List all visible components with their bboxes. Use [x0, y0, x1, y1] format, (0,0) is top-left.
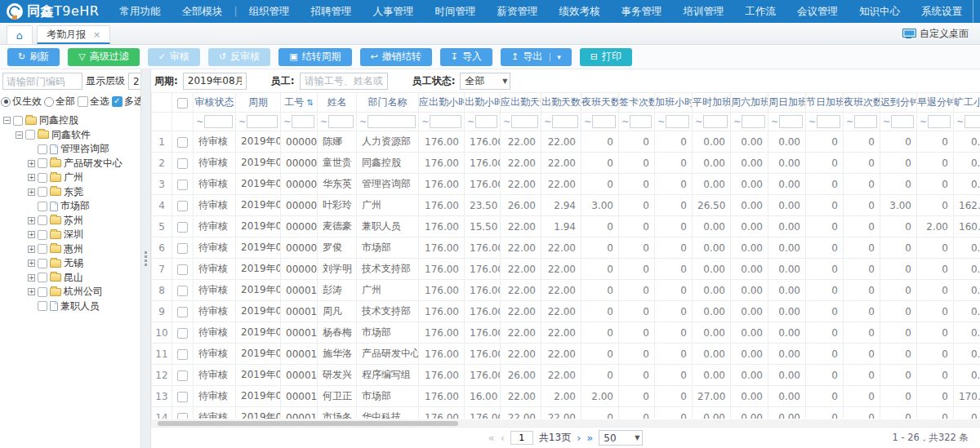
row-checkbox[interactable] — [177, 413, 188, 419]
tab-home[interactable]: ⌂ — [7, 25, 33, 44]
sidebar-splitter[interactable] — [140, 69, 151, 448]
tree-checkbox[interactable] — [38, 301, 47, 311]
collapse-node-icon[interactable]: − — [3, 117, 11, 124]
radio-仅生效-checked[interactable] — [1, 97, 11, 107]
col-header-late[interactable]: 迟到分钟 — [880, 93, 917, 113]
tree-checkbox[interactable] — [38, 144, 47, 154]
expand-node-icon[interactable]: + — [28, 274, 35, 282]
col-header-ot_week[interactable]: 平时加班 — [693, 93, 731, 113]
nav-item-3[interactable]: 组织管理 — [238, 0, 301, 23]
nav-item-7[interactable]: 薪资管理 — [487, 0, 549, 23]
tree-item-同鑫控股[interactable]: −同鑫控股 — [2, 113, 140, 128]
filter-input-night_d[interactable] — [592, 115, 616, 128]
nav-item-10[interactable]: 培训管理 — [673, 0, 735, 23]
row-checkbox[interactable] — [177, 328, 188, 339]
tree-checkbox[interactable] — [38, 158, 47, 168]
tree-checkbox[interactable] — [38, 287, 47, 297]
row-checkbox[interactable] — [177, 222, 188, 233]
nav-item-9[interactable]: 事务管理 — [611, 0, 673, 23]
col-header-sign[interactable]: 签卡次数 — [619, 93, 655, 113]
filter-input-name[interactable] — [328, 115, 354, 128]
tree-item-广州[interactable]: +广州 — [2, 171, 140, 185]
tree-item-同鑫软件[interactable]: −同鑫软件 — [2, 128, 140, 143]
nav-item-12[interactable]: 会议管理 — [786, 0, 849, 23]
col-header-h_act[interactable]: 出勤小时 — [465, 93, 501, 113]
last-page-button[interactable]: » — [586, 432, 593, 443]
expand-node-icon[interactable]: + — [28, 288, 35, 295]
filter-input-d_due[interactable] — [511, 115, 538, 128]
chevron-down-icon[interactable]: ▾ — [550, 53, 561, 61]
tree-checkbox[interactable] — [38, 202, 47, 211]
导入-button[interactable]: ↧导入 — [440, 48, 492, 66]
sort-icon[interactable]: ⇅ — [304, 98, 314, 107]
row-checkbox[interactable] — [177, 370, 188, 381]
filter-input-late[interactable] — [891, 115, 914, 128]
filter-input-ot_sat[interactable] — [742, 115, 765, 128]
employee-search-input[interactable] — [300, 73, 388, 90]
tree-checkbox[interactable] — [38, 273, 47, 282]
刷新-button[interactable]: ↻刷新 — [7, 48, 60, 66]
checkbox-全选[interactable] — [78, 96, 88, 107]
tree-item-惠州[interactable]: +惠州 — [2, 242, 140, 257]
expand-node-icon[interactable]: + — [28, 160, 35, 167]
col-header-name[interactable]: 姓名 — [318, 93, 357, 113]
nav-item-1[interactable]: 常用功能 — [109, 0, 171, 23]
expand-node-icon[interactable]: + — [28, 231, 35, 238]
filter-input-audit[interactable] — [204, 115, 233, 128]
row-checkbox[interactable] — [177, 286, 188, 296]
nav-item-11[interactable]: 工作流 — [735, 0, 787, 23]
col-header-period[interactable]: 周期 — [236, 93, 281, 113]
app-logo[interactable]: 同鑫T9eHR — [0, 3, 109, 20]
tree-item-昆山[interactable]: +昆山 — [2, 271, 140, 286]
row-checkbox[interactable] — [177, 243, 188, 254]
row-checkbox[interactable] — [177, 137, 188, 148]
filter-input-h_due[interactable] — [430, 115, 461, 128]
option-仅生效[interactable]: 仅生效 — [1, 95, 42, 109]
row-checkbox[interactable] — [177, 180, 188, 190]
tree-item-产品研发中心[interactable]: +产品研发中心 — [2, 157, 140, 171]
expand-node-icon[interactable]: + — [28, 189, 35, 196]
prev-page-button[interactable]: ‹ — [501, 432, 505, 443]
tree-checkbox[interactable] — [38, 215, 47, 225]
dept-code-input[interactable] — [2, 73, 82, 90]
col-header-ot[interactable]: 加班小时 — [655, 93, 693, 113]
高级过滤-button[interactable]: ▽高级过滤 — [68, 48, 139, 66]
撤销结转-button[interactable]: ↩撤销结转 — [360, 48, 432, 66]
打印-button[interactable]: ⊟打印 — [580, 48, 632, 66]
col-header-d_act[interactable]: 出勤天数 — [541, 93, 581, 113]
col-header-early[interactable]: 早退分钟 — [917, 93, 954, 113]
tree-item-深圳[interactable]: +深圳 — [2, 228, 140, 242]
tree-checkbox[interactable] — [38, 173, 47, 183]
filter-input-h_act[interactable] — [475, 115, 497, 128]
col-header-d_due[interactable]: 应出勤天数 — [501, 93, 541, 113]
period-input[interactable] — [183, 73, 247, 90]
select-all-checkbox[interactable] — [177, 98, 188, 109]
tree-checkbox[interactable] — [13, 116, 23, 126]
nav-item-4[interactable]: 招聘管理 — [301, 0, 363, 23]
tree-item-东莞[interactable]: +东莞 — [2, 185, 140, 200]
tab-attendance-report[interactable]: 考勤月报 × — [37, 25, 110, 44]
col-header-dept[interactable]: 部门名称 — [357, 93, 419, 113]
option-全选[interactable]: 全选 — [78, 95, 109, 109]
row-checkbox[interactable] — [177, 158, 188, 169]
结转周期-button[interactable]: ▣结转周期 — [278, 48, 351, 66]
filter-input-ot_week[interactable] — [703, 115, 728, 128]
custom-desktop-button[interactable]: 自定义桌面 — [902, 27, 973, 41]
close-icon[interactable]: × — [93, 29, 100, 40]
first-page-button[interactable]: « — [488, 432, 495, 443]
tree-item-管理咨询部[interactable]: 管理咨询部 — [2, 142, 140, 157]
option-全部[interactable]: 全部 — [44, 95, 75, 109]
tree-checkbox[interactable] — [25, 130, 35, 140]
filter-input-empno[interactable] — [292, 115, 314, 128]
row-checkbox[interactable] — [177, 264, 188, 275]
filter-input-early[interactable] — [928, 115, 951, 128]
tree-item-无锡[interactable]: +无锡 — [2, 256, 140, 271]
col-header-ot_sun[interactable]: 周日加班 — [768, 93, 806, 113]
col-header-absent[interactable]: 旷工小时 — [954, 93, 980, 113]
col-header-night_n[interactable]: 夜班次数 — [844, 93, 880, 113]
expand-node-icon[interactable]: + — [28, 259, 35, 267]
row-checkbox[interactable] — [177, 307, 188, 317]
level-select[interactable]: 2▼ — [128, 73, 140, 90]
col-header-h_due[interactable]: 应出勤小时 — [419, 93, 465, 113]
checkbox-多选-checked[interactable] — [112, 96, 122, 107]
